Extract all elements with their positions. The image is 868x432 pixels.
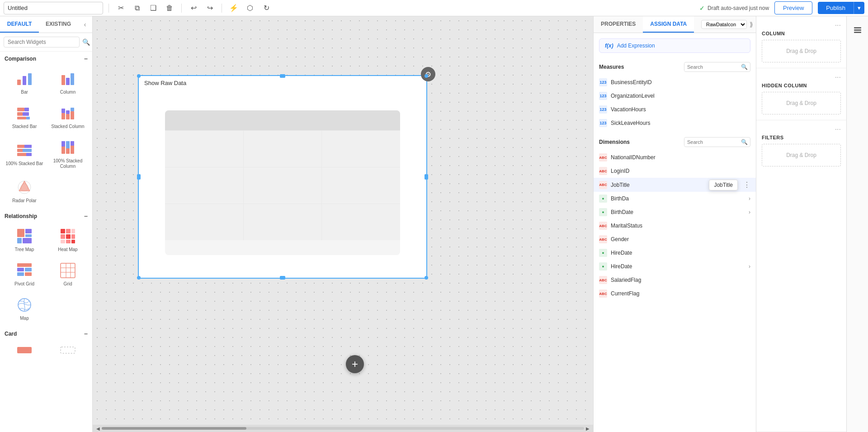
table-cell — [322, 167, 400, 204]
expand-icon[interactable]: › — [749, 263, 750, 270]
dimension-item-birthda[interactable]: ● BirthDa › — [594, 192, 756, 205]
hidden-column-title: Hidden Column — [762, 83, 841, 88]
widget-item-radar-polar[interactable]: Radar Polar — [4, 175, 45, 207]
column-drag-drop[interactable]: Drag & Drop — [762, 40, 841, 62]
canvas-widget[interactable]: ⚙ Show Raw Data — [138, 75, 427, 279]
datasource-select[interactable]: RawDataIcon — [701, 20, 747, 29]
hidden-column-drag-drop[interactable]: Drag & Drop — [762, 92, 841, 114]
dimension-item-hiredate1[interactable]: ● HireDate — [594, 246, 756, 260]
card-collapse-icon[interactable]: − — [84, 330, 88, 337]
tag-button[interactable]: ⬡ — [244, 2, 256, 14]
layers-icon[interactable] — [850, 23, 865, 37]
add-expression-button[interactable]: f(x) Add Expression — [599, 38, 750, 53]
svg-rect-51 — [25, 272, 32, 276]
widget-item-heat-map[interactable]: Heat Map — [47, 223, 89, 256]
widget-item-stacked-bar[interactable]: Stacked Bar — [4, 100, 45, 133]
widget-item-bar[interactable]: Bar — [4, 66, 45, 99]
preview-button[interactable]: Preview — [774, 1, 812, 14]
resize-handle-top[interactable] — [280, 74, 285, 78]
dimension-item-gender[interactable]: ABC Gender — [594, 233, 756, 246]
canvas-scrollbar[interactable]: ◀ ▶ — [93, 425, 593, 432]
dimension-item-hiredate2[interactable]: ● HireDate › — [594, 260, 756, 273]
filters-title: Filters — [762, 135, 841, 140]
dimension-item-jobtitle[interactable]: ABC JobTitle ⋮ JobTitle — [594, 178, 756, 192]
resize-handle-right[interactable] — [425, 174, 428, 180]
tab-properties[interactable]: PROPERTIES — [594, 16, 643, 33]
widget-item-stacked-column[interactable]: Stacked Column — [47, 100, 89, 133]
hidden-column-dots[interactable]: ··· — [762, 74, 841, 81]
expand-right-icon[interactable]: ⟫ — [747, 21, 756, 28]
measure-name: VacationHours — [611, 106, 646, 113]
search-input[interactable] — [4, 37, 80, 47]
gear-handle[interactable]: ⚙ — [421, 67, 435, 81]
expand-icon[interactable]: › — [749, 195, 750, 202]
svg-rect-34 — [25, 229, 32, 233]
measure-item-sickleavehours[interactable]: 123 SickLeaveHours — [594, 116, 756, 130]
dimensions-search-input[interactable] — [684, 138, 739, 146]
widget-item-grid[interactable]: Grid — [47, 258, 89, 290]
redo-button[interactable]: ↪ — [203, 2, 216, 14]
filter-button[interactable]: ⚡ — [227, 2, 240, 14]
column-dots[interactable]: ··· — [762, 22, 841, 29]
grid-label: Grid — [64, 281, 72, 287]
resize-handle-left[interactable] — [137, 174, 141, 180]
100-stacked-bar-label: 100% Stacked Bar — [6, 161, 43, 166]
card-label: Card — [5, 331, 17, 337]
paste-button[interactable]: ❑ — [147, 2, 160, 14]
scroll-right-arrow[interactable]: ▶ — [584, 426, 591, 431]
undo-button[interactable]: ↩ — [187, 2, 200, 14]
type-icon: ABC — [599, 290, 607, 298]
svg-rect-33 — [17, 229, 24, 237]
widget-item-pivot-grid[interactable]: Pivot Grid — [4, 258, 45, 290]
dimension-item-birthdate[interactable]: ● BirthDate › — [594, 205, 756, 219]
table-cell — [322, 131, 400, 167]
dimension-item-maritalstatus[interactable]: ABC MaritalStatus — [594, 219, 756, 233]
dimensions-title: Dimensions — [599, 139, 630, 145]
dimension-name: JobTitle — [611, 182, 630, 188]
measure-item-vacationhours[interactable]: 123 VacationHours — [594, 103, 756, 116]
resize-handle-tr[interactable] — [425, 74, 428, 78]
resize-handle-tl[interactable] — [137, 74, 141, 78]
filters-drag-drop[interactable]: Drag & Drop — [762, 144, 841, 166]
publish-dropdown-button[interactable]: ▾ — [854, 2, 864, 14]
widget-item-card-partial[interactable] — [4, 341, 45, 359]
dimension-item-nationalidnumber[interactable]: ABC NationalIDNumber — [594, 151, 756, 164]
resize-handle-bottom[interactable] — [280, 276, 285, 280]
tab-default[interactable]: DEFAULT — [0, 16, 39, 33]
scroll-left-arrow[interactable]: ◀ — [94, 426, 102, 431]
more-options-icon[interactable]: ⋮ — [743, 180, 750, 189]
widget-item-card-partial2[interactable] — [47, 341, 89, 359]
dimension-item-salariedflag[interactable]: ABC SalariedFlag — [594, 273, 756, 287]
comparison-collapse-icon[interactable]: − — [84, 55, 88, 62]
refresh-button[interactable]: ↻ — [260, 2, 273, 14]
add-widget-button[interactable]: + — [346, 355, 364, 373]
measure-item-businessentityid[interactable]: 123 BusinessEntityID — [594, 76, 756, 89]
filters-dots[interactable]: ··· — [762, 126, 841, 133]
tab-existing[interactable]: EXISTING — [39, 16, 78, 33]
measure-item-organizationlevel[interactable]: 123 OrganizationLevel — [594, 89, 756, 103]
page-title-input[interactable] — [4, 2, 103, 14]
measures-search-input[interactable] — [684, 63, 739, 71]
delete-button[interactable]: 🗑 — [163, 2, 176, 14]
widget-item-100-stacked-column[interactable]: 100% Stacked Column — [47, 135, 89, 173]
dimension-item-loginid[interactable]: ABC LoginID — [594, 164, 756, 178]
widget-item-map[interactable]: Map — [4, 292, 45, 325]
publish-button[interactable]: Publish — [818, 2, 854, 14]
sidebar-collapse-button[interactable]: ‹ — [80, 19, 90, 30]
dimension-item-currentflag[interactable]: ABC CurrentFlag — [594, 287, 756, 300]
copy-button[interactable]: ⧉ — [131, 2, 143, 14]
topbar-divider2 — [181, 4, 182, 13]
pivot-grid-icon — [15, 261, 33, 280]
relationship-collapse-icon[interactable]: − — [84, 213, 88, 220]
cut-button[interactable]: ✂ — [114, 2, 127, 14]
widget-item-column[interactable]: Column — [47, 66, 89, 99]
widget-item-tree-map[interactable]: Tree Map — [4, 223, 45, 256]
resize-handle-bl[interactable] — [137, 276, 141, 280]
svg-rect-48 — [17, 268, 24, 271]
scrollbar-thumb[interactable] — [102, 427, 246, 430]
tab-assign-data[interactable]: ASSIGN DATA — [643, 16, 694, 33]
expand-icon[interactable]: › — [749, 209, 750, 215]
resize-handle-br[interactable] — [425, 276, 428, 280]
widget-item-100-stacked-bar[interactable]: 100% Stacked Bar — [4, 135, 45, 173]
svg-rect-38 — [61, 229, 65, 233]
